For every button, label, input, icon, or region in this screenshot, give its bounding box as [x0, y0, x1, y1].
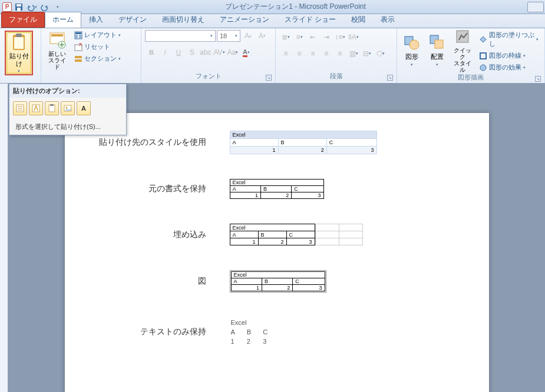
change-case-button[interactable]: Aa▾ — [226, 46, 239, 59]
font-family-combo[interactable]: ▾ — [145, 30, 216, 42]
example-table-embed: Excel ABC 123 — [230, 224, 363, 245]
drawing-group-label: 図形描画 — [458, 74, 484, 81]
tab-home[interactable]: ホーム — [45, 12, 81, 28]
fill-icon — [479, 35, 487, 44]
drawing-dialog-launcher[interactable]: ↘ — [535, 76, 541, 82]
paste-option-text-only[interactable]: A — [77, 101, 91, 115]
redo-button[interactable] — [39, 1, 51, 13]
paragraph-dialog-launcher[interactable]: ↘ — [387, 75, 393, 81]
ribbon: 貼り付け▾ 新しい スライド レイアウト ▾ リセット セクション ▾ ▾ 18… — [0, 28, 545, 84]
svg-rect-14 — [75, 56, 82, 58]
reset-button[interactable]: リセット — [72, 41, 123, 52]
font-group-label: フォント — [196, 72, 222, 79]
shrink-font-button[interactable]: A▾ — [256, 29, 269, 42]
example-table-text-only: Excel ABC 123 — [230, 317, 280, 347]
align-right-button[interactable]: ≡ — [306, 47, 319, 60]
thumbnail-pane[interactable] — [0, 84, 8, 392]
tab-review[interactable]: 校閲 — [343, 12, 373, 28]
tab-transitions[interactable]: 画面切り替え — [154, 12, 212, 28]
align-center-button[interactable]: ≡ — [293, 47, 306, 60]
grow-font-button[interactable]: A▴ — [242, 29, 255, 42]
svg-rect-11 — [75, 35, 78, 38]
minimize-button[interactable] — [527, 2, 544, 12]
example-label-use-dest: 貼り付け先のスタイルを使用 — [88, 137, 206, 148]
save-button[interactable] — [13, 1, 25, 13]
tab-animations[interactable]: アニメーション — [212, 12, 277, 28]
new-slide-label: 新しい スライド — [47, 51, 68, 70]
paste-options-header: 貼り付けのオプション: — [9, 84, 126, 98]
align-left-button[interactable]: ≡ — [279, 47, 292, 60]
paste-button[interactable]: 貼り付け▾ — [6, 32, 31, 74]
paste-label: 貼り付け — [9, 52, 29, 67]
paste-option-picture[interactable] — [61, 101, 75, 115]
example-label-keep-src: 元の書式を保持 — [88, 184, 206, 194]
tab-design[interactable]: デザイン — [111, 12, 154, 28]
paste-option-embed[interactable] — [45, 101, 59, 115]
section-button[interactable]: セクション ▾ — [72, 53, 123, 64]
shape-fill-button[interactable]: 図形の塗りつぶし ▾ — [477, 29, 541, 49]
svg-rect-12 — [79, 35, 81, 38]
font-color-button[interactable]: A▾ — [240, 46, 253, 59]
example-table-picture: Excel ABC 123 — [230, 270, 326, 293]
example-label-picture: 図 — [88, 276, 206, 287]
paste-option-keep-src[interactable] — [29, 101, 43, 115]
qat-customize[interactable]: ▾ — [52, 1, 64, 13]
tab-slideshow[interactable]: スライド ショー — [277, 12, 343, 28]
numbering-button[interactable]: ≡▾ — [293, 31, 306, 44]
svg-rect-19 — [435, 40, 443, 48]
section-icon — [74, 55, 82, 63]
window-title: プレゼンテーション1 - Microsoft PowerPoint — [64, 2, 527, 12]
shadow-button[interactable]: abc — [199, 46, 212, 59]
quick-styles-button[interactable]: クイック スタイル — [451, 29, 474, 71]
justify-button[interactable]: ≡ — [320, 47, 333, 60]
example-label-embed: 埋め込み — [88, 230, 206, 240]
text-direction-button[interactable]: llA▾ — [347, 31, 360, 44]
bold-button[interactable]: B — [145, 46, 158, 59]
align-text-button[interactable]: ⊟▾ — [361, 47, 374, 60]
paste-options-menu: 貼り付けのオプション: A 形式を選択して貼り付け(S)... — [9, 84, 127, 135]
svg-text:A: A — [81, 105, 86, 112]
svg-rect-15 — [75, 59, 82, 62]
svg-point-17 — [409, 40, 419, 49]
svg-rect-7 — [51, 34, 63, 36]
clipboard-icon — [9, 32, 28, 51]
columns-button[interactable]: ▥▾ — [347, 47, 360, 60]
shapes-button[interactable]: 図形▾ — [401, 29, 424, 71]
svg-point-22 — [480, 65, 486, 71]
paste-special-menuitem[interactable]: 形式を選択して貼り付け(S)... — [9, 119, 126, 135]
tab-view[interactable]: 表示 — [373, 12, 402, 28]
layout-button[interactable]: レイアウト ▾ — [72, 29, 123, 41]
layout-icon — [74, 31, 82, 39]
bullets-button[interactable]: ≣▾ — [279, 31, 292, 44]
decrease-indent-button[interactable]: ⇤ — [306, 31, 319, 44]
svg-rect-2 — [17, 8, 21, 11]
paste-option-use-dest[interactable] — [13, 101, 27, 115]
distributed-button[interactable]: ≡ — [333, 47, 346, 60]
new-slide-button[interactable]: 新しい スライド — [45, 29, 70, 71]
example-label-text-only: テキストのみ保持 — [88, 327, 206, 337]
font-dialog-launcher[interactable]: ↘ — [266, 75, 272, 81]
shape-effects-button[interactable]: 図形の効果 ▾ — [477, 62, 541, 73]
svg-rect-1 — [16, 4, 21, 6]
outline-icon — [479, 52, 487, 60]
increase-indent-button[interactable]: ⇥ — [320, 31, 333, 44]
tab-insert[interactable]: 挿入 — [81, 12, 111, 28]
svg-rect-29 — [50, 104, 54, 106]
new-slide-icon — [48, 31, 67, 49]
line-spacing-button[interactable]: ↕≡▾ — [333, 31, 346, 44]
arrange-button[interactable]: 配置▾ — [426, 29, 449, 71]
undo-button[interactable]: ▾ — [26, 1, 38, 13]
underline-button[interactable]: U — [172, 46, 185, 59]
font-size-combo[interactable]: 18▾ — [217, 30, 240, 42]
shape-outline-button[interactable]: 図形の枠線 ▾ — [477, 50, 541, 61]
slide-canvas[interactable]: 貼り付け先のスタイルを使用 Excel ABC 123 元の書式を保持 Exce… — [65, 113, 489, 392]
svg-rect-13 — [75, 45, 82, 51]
strike-button[interactable]: S — [186, 46, 199, 59]
quick-styles-icon — [453, 27, 472, 46]
italic-button[interactable]: I — [158, 46, 171, 59]
char-spacing-button[interactable]: AV▾ — [213, 46, 226, 59]
tab-file[interactable]: ファイル — [1, 12, 45, 28]
svg-rect-5 — [16, 34, 22, 37]
smartart-button[interactable]: ⬡▾ — [374, 47, 387, 60]
svg-rect-21 — [480, 53, 486, 59]
